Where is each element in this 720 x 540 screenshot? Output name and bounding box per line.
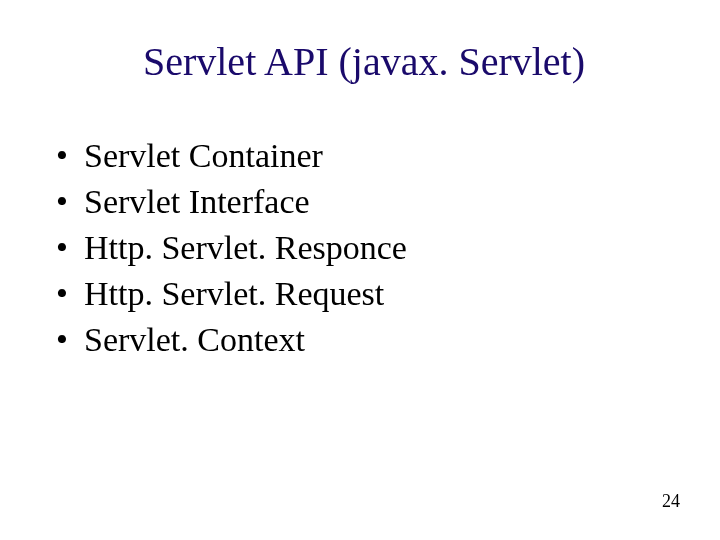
bullet-text: Servlet. Context	[84, 317, 305, 363]
bullet-text: Http. Servlet. Responce	[84, 225, 407, 271]
bullet-text: Servlet Container	[84, 133, 323, 179]
list-item: • Http. Servlet. Responce	[56, 225, 680, 271]
slide-title: Servlet API (javax. Servlet)	[48, 38, 680, 85]
bullet-dot: •	[56, 179, 84, 225]
page-number: 24	[662, 491, 680, 512]
bullet-text: Http. Servlet. Request	[84, 271, 384, 317]
list-item: • Servlet. Context	[56, 317, 680, 363]
bullet-dot: •	[56, 271, 84, 317]
bullet-list: • Servlet Container • Servlet Interface …	[56, 133, 680, 362]
list-item: • Servlet Container	[56, 133, 680, 179]
bullet-dot: •	[56, 225, 84, 271]
list-item: • Http. Servlet. Request	[56, 271, 680, 317]
list-item: • Servlet Interface	[56, 179, 680, 225]
slide: Servlet API (javax. Servlet) • Servlet C…	[0, 0, 720, 540]
bullet-dot: •	[56, 133, 84, 179]
bullet-dot: •	[56, 317, 84, 363]
bullet-text: Servlet Interface	[84, 179, 310, 225]
